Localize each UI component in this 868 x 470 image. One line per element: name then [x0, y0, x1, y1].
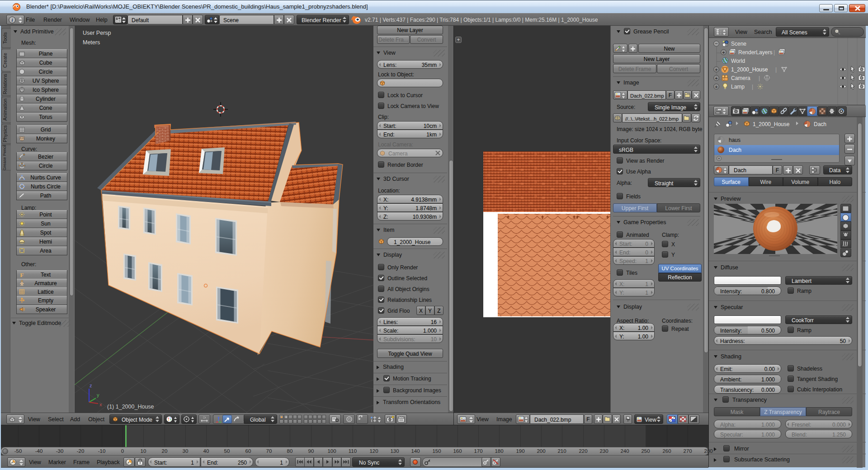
- svg-text:F: F: [20, 272, 24, 278]
- svg-text:y: y: [97, 392, 99, 398]
- svg-text:x: x: [99, 402, 102, 407]
- svg-text:z: z: [90, 383, 92, 388]
